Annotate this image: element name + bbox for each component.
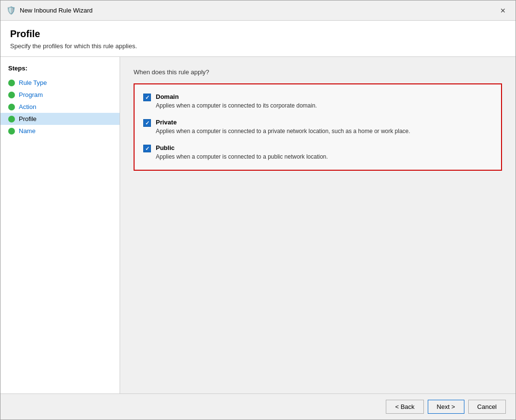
domain-checkbox[interactable]: ✓ — [143, 94, 151, 101]
main-content: When does this rule apply? ✓ Domain Appl… — [120, 57, 516, 393]
domain-text-group: Domain Applies when a computer is connec… — [156, 93, 317, 110]
checkbox-wrapper-public: ✓ — [143, 145, 151, 152]
next-button[interactable]: Next > — [428, 400, 464, 414]
window-title: New Inbound Rule Wizard — [20, 7, 93, 14]
domain-name: Domain — [156, 93, 317, 100]
sidebar-item-label-program: Program — [19, 91, 43, 98]
sidebar-item-rule-type[interactable]: Rule Type — [0, 77, 120, 89]
step-dot-name — [8, 128, 15, 135]
sidebar-item-program[interactable]: Program — [0, 89, 120, 101]
page-subtitle: Specify the profiles for which this rule… — [10, 42, 506, 50]
sidebar-item-name[interactable]: Name — [0, 125, 120, 137]
step-dot-rule-type — [8, 80, 15, 86]
title-bar-left: 🛡️ New Inbound Rule Wizard — [6, 6, 93, 15]
profile-option-domain: ✓ Domain Applies when a computer is conn… — [143, 93, 492, 110]
private-description: Applies when a computer is connected to … — [156, 127, 410, 135]
public-checkmark: ✓ — [145, 146, 149, 151]
sidebar-item-label-profile: Profile — [19, 115, 37, 122]
public-name: Public — [156, 144, 328, 151]
profile-option-private: ✓ Private Applies when a computer is con… — [143, 119, 492, 135]
step-dot-program — [8, 92, 15, 98]
step-dot-action — [8, 104, 15, 110]
steps-label: Steps: — [0, 65, 120, 77]
sidebar: Steps: Rule Type Program Action Profile … — [0, 57, 120, 393]
close-button[interactable]: ✕ — [496, 4, 510, 17]
domain-checkmark: ✓ — [145, 95, 149, 100]
profile-option-public: ✓ Public Applies when a computer is conn… — [143, 144, 492, 161]
page-title: Profile — [10, 28, 506, 40]
private-text-group: Private Applies when a computer is conne… — [156, 119, 410, 135]
sidebar-item-label-name: Name — [19, 127, 36, 135]
sidebar-item-profile[interactable]: Profile — [0, 113, 120, 125]
public-checkbox[interactable]: ✓ — [143, 145, 151, 152]
back-button[interactable]: < Back — [386, 400, 423, 414]
private-name: Private — [156, 119, 410, 126]
profiles-box: ✓ Domain Applies when a computer is conn… — [134, 83, 502, 171]
domain-description: Applies when a computer is connected to … — [156, 101, 317, 110]
private-checkbox[interactable]: ✓ — [143, 119, 151, 127]
sidebar-item-label-action: Action — [19, 103, 36, 110]
window-icon: 🛡️ — [6, 6, 16, 15]
cancel-button[interactable]: Cancel — [468, 400, 506, 414]
private-checkmark: ✓ — [145, 121, 149, 126]
content-area: Steps: Rule Type Program Action Profile … — [0, 57, 516, 393]
public-description: Applies when a computer is connected to … — [156, 152, 328, 161]
public-text-group: Public Applies when a computer is connec… — [156, 144, 328, 161]
checkbox-wrapper-private: ✓ — [143, 119, 151, 127]
step-dot-profile — [8, 116, 15, 122]
header-section: Profile Specify the profiles for which t… — [0, 21, 516, 57]
sidebar-item-action[interactable]: Action — [0, 101, 120, 113]
checkbox-wrapper-domain: ✓ — [143, 94, 151, 101]
sidebar-item-label-rule-type: Rule Type — [19, 79, 47, 86]
bottom-bar: < Back Next > Cancel — [0, 393, 516, 420]
title-bar: 🛡️ New Inbound Rule Wizard ✕ — [0, 0, 516, 21]
wizard-window: 🛡️ New Inbound Rule Wizard ✕ Profile Spe… — [0, 0, 516, 420]
question-text: When does this rule apply? — [134, 68, 502, 76]
